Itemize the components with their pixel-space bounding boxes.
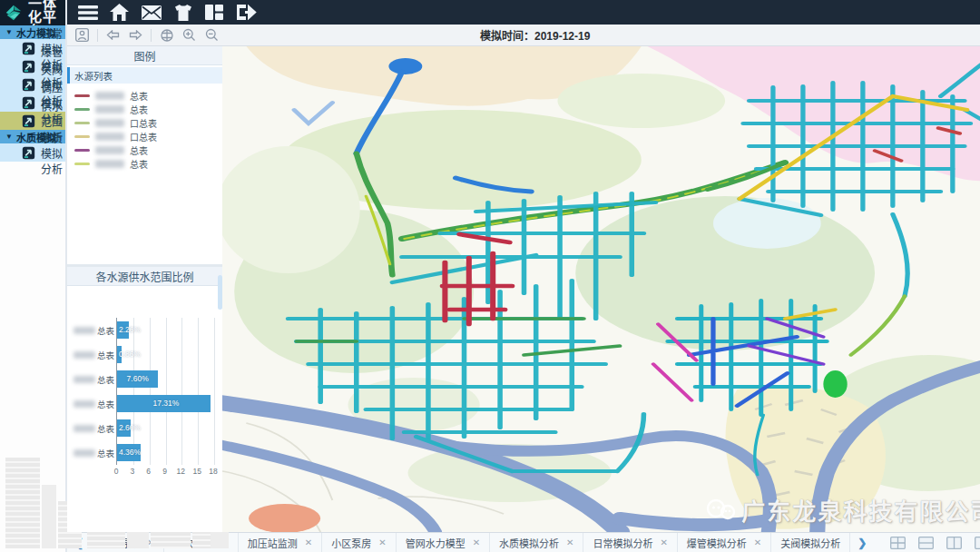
simulation-time: 模拟时间：2019-12-19 (480, 27, 590, 43)
chart-category-suffix: 总表 (97, 349, 114, 361)
chart-gridline (150, 318, 151, 342)
chart-x-tick: 12 (177, 467, 185, 476)
chart-x-tick: 6 (146, 467, 151, 476)
chart-x-tick: 18 (209, 467, 217, 476)
chart-gridline (198, 440, 199, 465)
chart-category-redacted (74, 376, 95, 383)
identify-icon[interactable] (74, 27, 90, 43)
tab-小区泵房[interactable]: 小区泵房✕ (322, 533, 396, 552)
vsplit-layout-icon[interactable] (946, 537, 962, 549)
chart-x-axis: 0369121518 (116, 465, 213, 476)
chart-category-label: 总表 (67, 324, 116, 337)
bar-chart: 总表2.26%总表0.86%总表7.60%总表17.31%总表2.60%总表4.… (67, 318, 222, 476)
logout-icon[interactable] (237, 4, 257, 22)
toolbar-separator (97, 29, 98, 42)
chart-gridline (166, 318, 167, 342)
tab-close-icon[interactable]: ✕ (305, 537, 312, 547)
legend-item: 总表 (74, 143, 222, 157)
chart-gridline (181, 416, 182, 440)
dashboard-icon[interactable] (205, 4, 225, 22)
tabs-scroll-right-icon[interactable]: ❯ (850, 537, 874, 549)
chart-category-suffix: 总表 (97, 324, 114, 337)
grid-layout-icon[interactable] (890, 537, 906, 549)
zoom-out-icon[interactable] (204, 27, 220, 43)
tab-label: 爆管模拟分析 (687, 536, 747, 550)
back-arrow-icon[interactable] (105, 27, 121, 43)
legend-name-redacted (95, 119, 124, 127)
chart-gridline (214, 440, 215, 465)
tab-close-icon[interactable]: ✕ (473, 537, 480, 547)
top-toolbar (67, 0, 980, 25)
chart-category-redacted (74, 449, 95, 457)
toolbar-separator (151, 29, 152, 42)
tab-close-icon[interactable]: ✕ (660, 537, 667, 547)
chart-gridline (150, 416, 151, 440)
chart-category-redacted (74, 425, 95, 432)
legend-line-swatch (74, 135, 90, 138)
full-extent-icon[interactable] (159, 27, 174, 43)
chart-gridline (150, 342, 151, 367)
chart-x-tick: 3 (130, 467, 134, 476)
zoom-in-icon[interactable] (181, 27, 197, 43)
tab-关阀模拟分析[interactable]: 关阀模拟分析 (771, 533, 850, 552)
legend-item: 总表 (74, 89, 222, 103)
chart-bar-value: 4.36% (119, 448, 141, 457)
legend-name-suffix: 总表 (130, 89, 148, 103)
legend-name-redacted (95, 160, 124, 168)
chart-category-suffix: 总表 (97, 447, 114, 459)
sidebar-item-水质模拟分析[interactable]: 水质模拟分析 (0, 143, 65, 162)
single-layout-icon[interactable] (975, 537, 980, 549)
chart-gridline (198, 342, 199, 367)
legend-line-swatch (74, 108, 90, 111)
chart-category-suffix: 总表 (97, 398, 114, 410)
chart-gridline (198, 318, 199, 342)
home-icon[interactable] (110, 4, 130, 22)
chart-bar-value: 2.26% (119, 325, 141, 334)
tab-close-icon[interactable]: ✕ (566, 537, 573, 547)
legend-name-suffix: 口总表 (130, 116, 157, 130)
legend-item: 口总表 (74, 116, 222, 130)
map-toolbar: 模拟时间：2019-12-19 (67, 25, 980, 46)
tab-爆管模拟分析[interactable]: 爆管模拟分析✕ (678, 533, 771, 552)
legend-name-suffix: 总表 (130, 143, 148, 157)
chart-category-label: 总表 (67, 422, 116, 435)
tab-close-icon[interactable]: ✕ (378, 537, 386, 547)
tab-水质模拟分析[interactable]: 水质模拟分析✕ (490, 533, 583, 552)
legend-item: 口总表 (74, 130, 222, 143)
chart-bar-value: 17.31% (152, 399, 179, 408)
chart-x-tick: 9 (162, 467, 167, 476)
app-logo-icon (4, 3, 24, 23)
chart-plot-area: 17.31% (116, 391, 213, 416)
legend-name-suffix: 总表 (130, 103, 148, 116)
sidebar-item-label: 水质模拟分析 (41, 130, 65, 176)
panel-scrollbar-thumb[interactable] (218, 275, 222, 310)
mail-icon[interactable] (142, 4, 162, 22)
tab-日常模拟分析[interactable]: 日常模拟分析✕ (583, 533, 677, 552)
tab-加压站监测[interactable]: 加压站监测✕ (239, 533, 322, 552)
chart-bar-value: 2.60% (119, 423, 141, 432)
sidebar-item-供水范围分析[interactable]: 供水范围分析 (0, 112, 65, 130)
chevron-down-icon: ▼ (5, 28, 13, 36)
menu-icon[interactable] (78, 4, 98, 22)
tab-label: 日常模拟分析 (593, 536, 652, 550)
apps-icon[interactable] (173, 4, 193, 22)
chart-gridline (214, 416, 215, 440)
tab-close-icon[interactable]: ✕ (754, 537, 761, 547)
tab-label: 水质模拟分析 (499, 536, 559, 550)
chart-category-suffix: 总表 (97, 422, 114, 435)
legend-name-suffix: 口总表 (130, 130, 157, 143)
chart-gridline (181, 342, 182, 367)
simulation-icon (22, 42, 35, 55)
chart-row: 总表0.86% (67, 342, 222, 367)
tab-label: 加压站监测 (248, 536, 298, 550)
legend-name-redacted (95, 92, 124, 100)
forward-arrow-icon[interactable] (128, 27, 143, 43)
chart-category-redacted (74, 351, 95, 359)
tab-管网水力模型[interactable]: 管网水力模型✕ (397, 533, 490, 552)
map-canvas (222, 46, 980, 532)
chart-x-tick: 15 (192, 467, 201, 476)
chart-x-tick: 0 (114, 467, 119, 476)
map-view[interactable]: 全图 打印当前地图 广东龙泉科技有限公司 (222, 46, 980, 532)
hsplit-layout-icon[interactable] (918, 537, 934, 549)
chart-row: 总表2.60% (67, 416, 222, 440)
